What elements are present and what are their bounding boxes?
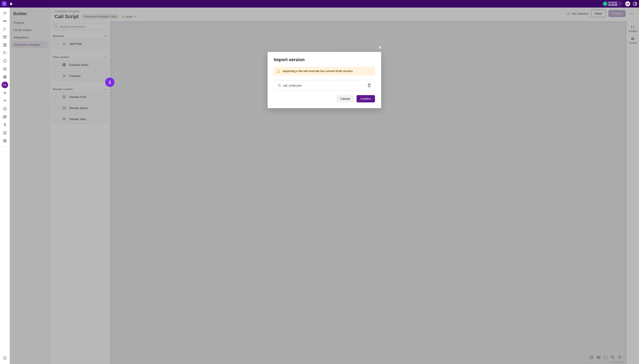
rail-item-16[interactable] xyxy=(2,130,8,136)
svg-point-14 xyxy=(4,52,5,52)
filename-label: call_script.json xyxy=(283,84,302,87)
svg-rect-31 xyxy=(4,141,5,142)
rail-item-6[interactable] xyxy=(2,50,8,56)
rail-item-17[interactable] xyxy=(2,138,8,144)
svg-point-17 xyxy=(4,92,5,94)
delete-file-button[interactable] xyxy=(367,83,371,87)
svg-point-34 xyxy=(5,356,5,357)
rail-item-code[interactable] xyxy=(2,82,8,88)
topbar-right: Available 02:36:06 AB xyxy=(603,1,637,7)
import-version-modal: Import version Importing a file will ove… xyxy=(267,52,381,108)
notifications-icon[interactable] xyxy=(9,2,13,6)
svg-point-40 xyxy=(5,359,5,360)
svg-rect-12 xyxy=(4,44,5,46)
modal-overlay[interactable]: Import version Importing a file will ove… xyxy=(10,8,639,364)
rail-item-4[interactable] xyxy=(2,34,8,40)
status-time: 02:36:06 xyxy=(608,4,617,6)
svg-point-11 xyxy=(4,36,5,37)
rail-item-14[interactable] xyxy=(2,114,8,120)
svg-point-33 xyxy=(3,356,4,357)
svg-point-36 xyxy=(3,358,4,358)
close-icon xyxy=(378,45,382,50)
chevron-down-icon xyxy=(618,2,621,5)
svg-point-39 xyxy=(3,359,4,360)
svg-point-41 xyxy=(6,359,6,360)
confirm-button[interactable]: Confirm xyxy=(357,95,375,102)
availability-chip[interactable]: Available 02:36:06 xyxy=(603,1,622,7)
svg-point-77 xyxy=(278,72,279,72)
svg-point-22 xyxy=(4,123,5,124)
file-icon xyxy=(277,84,281,87)
modal-title: Import version xyxy=(274,57,375,62)
rail-apps-icon[interactable] xyxy=(2,355,8,361)
svg-rect-30 xyxy=(5,140,6,140)
svg-point-35 xyxy=(6,356,6,357)
svg-rect-13 xyxy=(5,44,6,46)
rail-item-1[interactable] xyxy=(2,10,8,16)
svg-point-38 xyxy=(6,358,6,358)
rail-item-12[interactable] xyxy=(2,98,8,104)
rail-item-8[interactable] xyxy=(2,66,8,72)
rail-item-11[interactable] xyxy=(2,90,8,96)
app-logo[interactable]: :t xyxy=(2,1,7,6)
status-diamond-icon xyxy=(602,1,608,6)
panel-toggle-icon[interactable] xyxy=(633,2,637,6)
rail-item-15[interactable] xyxy=(2,122,8,128)
svg-point-5 xyxy=(3,20,5,22)
close-modal-button[interactable] xyxy=(378,45,382,50)
topbar-left: :t xyxy=(2,1,13,6)
svg-rect-32 xyxy=(5,141,6,142)
svg-rect-29 xyxy=(4,140,5,140)
warning-text: Importing a file will override the curre… xyxy=(283,70,353,73)
svg-line-19 xyxy=(5,101,6,101)
rail-item-3[interactable] xyxy=(2,26,8,32)
annotation-marker-1: 1 xyxy=(105,78,115,87)
warning-banner: Importing a file will override the curre… xyxy=(274,67,375,76)
cancel-button[interactable]: Cancel xyxy=(337,95,354,102)
rail-item-9[interactable] xyxy=(2,74,8,80)
primary-nav-rail xyxy=(0,8,10,364)
rail-item-7[interactable] xyxy=(2,58,8,64)
svg-point-21 xyxy=(4,116,5,118)
uploaded-file: call_script.json xyxy=(274,80,375,91)
rail-item-2[interactable] xyxy=(2,18,8,24)
svg-point-37 xyxy=(5,358,5,358)
warning-icon xyxy=(277,70,280,73)
rail-item-13[interactable] xyxy=(2,106,8,112)
trash-icon xyxy=(367,83,371,87)
top-bar: :t Available 02:36:06 AB xyxy=(0,0,639,8)
rail-item-5[interactable] xyxy=(2,42,8,48)
user-avatar[interactable]: AB xyxy=(625,1,630,6)
status-label: Available xyxy=(608,1,617,4)
svg-point-6 xyxy=(5,20,6,22)
